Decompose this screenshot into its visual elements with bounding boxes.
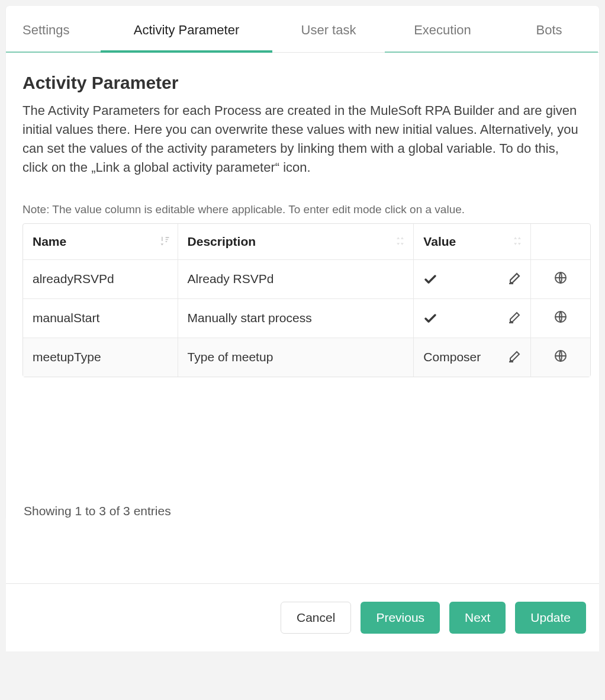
column-header-actions	[531, 224, 590, 260]
globe-icon[interactable]	[553, 310, 568, 324]
cell-value[interactable]	[414, 299, 531, 338]
footer: Cancel Previous Next Update	[6, 583, 599, 651]
tab-underline	[500, 52, 598, 53]
tab-user-task[interactable]: User task	[272, 6, 385, 52]
cell-actions	[531, 260, 590, 299]
cell-value[interactable]: Composer	[414, 338, 531, 377]
tab-underline	[6, 52, 101, 53]
column-header-description-label: Description	[188, 235, 256, 248]
tab-underline-active	[101, 50, 272, 53]
globe-icon[interactable]	[553, 349, 568, 363]
tab-bots[interactable]: Bots	[500, 6, 598, 52]
cell-name: meetupType	[23, 338, 178, 377]
cell-description: Already RSVPd	[178, 260, 414, 299]
cell-value[interactable]	[414, 260, 531, 299]
column-header-name-label: Name	[33, 235, 66, 248]
table-row: alreadyRSVPd Already RSVPd	[23, 260, 590, 299]
page-title: Activity Parameter	[22, 73, 583, 93]
check-icon	[423, 272, 437, 286]
page-note: Note: The value column is editable where…	[22, 203, 583, 216]
sort-icon[interactable]	[511, 235, 523, 248]
table-row: meetupType Type of meetup Composer	[23, 338, 590, 377]
cell-actions	[531, 338, 590, 377]
tab-underline	[385, 52, 500, 53]
cell-name: alreadyRSVPd	[23, 260, 178, 299]
previous-button[interactable]: Previous	[361, 602, 440, 634]
tab-settings-label: Settings	[22, 23, 70, 37]
sort-icon[interactable]	[159, 235, 170, 248]
column-header-value-label: Value	[423, 235, 456, 248]
edit-icon[interactable]	[507, 272, 521, 286]
cell-description: Manually start process	[178, 299, 414, 338]
globe-icon[interactable]	[553, 271, 568, 285]
column-header-description[interactable]: Description	[178, 224, 414, 260]
entries-info: Showing 1 to 3 of 3 entries	[22, 504, 583, 518]
cancel-button[interactable]: Cancel	[281, 602, 351, 634]
cell-description: Type of meetup	[178, 338, 414, 377]
edit-icon[interactable]	[507, 311, 521, 325]
tab-bots-label: Bots	[536, 23, 562, 37]
sort-icon[interactable]	[394, 235, 406, 248]
tab-activity-label: Activity Parameter	[134, 23, 240, 37]
column-header-value[interactable]: Value	[414, 224, 531, 260]
next-button[interactable]: Next	[449, 602, 506, 634]
tab-settings[interactable]: Settings	[6, 6, 101, 52]
check-icon	[423, 311, 437, 325]
table-header-row: Name Description Value	[23, 224, 590, 260]
edit-icon[interactable]	[507, 350, 521, 364]
value-text: Composer	[423, 350, 481, 364]
update-button[interactable]: Update	[515, 602, 586, 634]
page-description: The Activity Parameters for each Process…	[22, 101, 583, 177]
tab-execution[interactable]: Execution	[385, 6, 500, 52]
column-header-name[interactable]: Name	[23, 224, 178, 260]
table-row: manualStart Manually start process	[23, 299, 590, 338]
cell-name: manualStart	[23, 299, 178, 338]
tabs: Settings Activity Parameter User task Ex…	[6, 6, 599, 53]
parameters-table: Name Description Value	[22, 223, 591, 377]
tab-activity-parameter[interactable]: Activity Parameter	[101, 6, 272, 52]
tab-execution-label: Execution	[414, 23, 471, 37]
tab-user-task-label: User task	[301, 23, 356, 37]
cell-actions	[531, 299, 590, 338]
